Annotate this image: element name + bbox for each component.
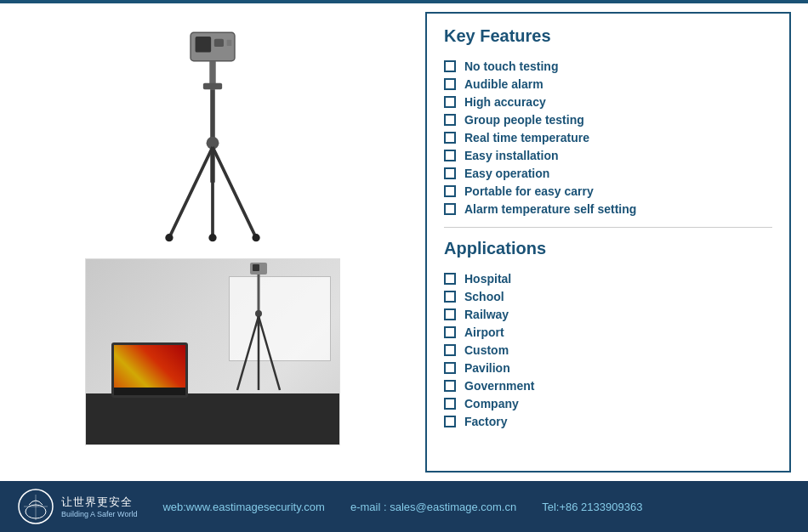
app-text-9: Factory: [464, 415, 508, 428]
tripod-image: [115, 20, 310, 250]
checkbox-icon: [444, 344, 456, 356]
brand-chinese: 让世界更安全: [61, 495, 137, 510]
app-item-2: School: [444, 290, 772, 303]
feature-text-4: Group people testing: [464, 113, 584, 127]
app-item-4: Airport: [444, 325, 772, 339]
key-features-title: Key Features: [444, 26, 772, 46]
app-text-7: Government: [464, 379, 534, 393]
app-item-7: Government: [444, 379, 772, 393]
checkbox-icon: [444, 308, 456, 320]
tel-label: Tel:: [542, 501, 559, 513]
app-item-9: Factory: [444, 415, 772, 428]
app-item-5: Custom: [444, 343, 772, 357]
email-label: e-mail :: [350, 501, 387, 513]
feature-item-9: Alarm temperature self setting: [444, 202, 772, 216]
footer: 让世界更安全 Building A Safer World web:www.ea…: [0, 481, 808, 532]
svg-point-11: [165, 234, 173, 241]
web-label: web:: [162, 501, 185, 513]
room-scene: [86, 259, 339, 444]
svg-rect-4: [209, 61, 215, 85]
svg-rect-1: [196, 37, 212, 53]
feature-text-8: Portable for easy carry: [464, 184, 594, 198]
footer-tel: Tel:+86 2133909363: [542, 501, 642, 513]
footer-brand-text: 让世界更安全 Building A Safer World: [61, 495, 137, 518]
feature-item-1: No touch testing: [444, 59, 772, 73]
email-value: sales@eastimage.com.cn: [390, 501, 516, 513]
app-item-6: Pavilion: [444, 361, 772, 375]
app-text-3: Railway: [464, 308, 509, 321]
monitor: [111, 342, 188, 398]
svg-line-9: [213, 147, 256, 238]
svg-rect-3: [227, 40, 232, 46]
left-column: [17, 12, 408, 473]
feature-item-3: High accuracy: [444, 95, 772, 109]
right-column: Key Features No touch testing Audible al…: [425, 12, 791, 473]
checkbox-icon: [444, 150, 456, 161]
checkbox-icon: [444, 273, 456, 285]
applications-title: Applications: [444, 239, 772, 258]
checkbox-icon: [444, 326, 456, 338]
app-item-8: Company: [444, 397, 772, 410]
app-text-1: Hospital: [464, 272, 511, 286]
app-text-2: School: [464, 290, 504, 303]
checkbox-icon: [444, 203, 456, 215]
feature-item-7: Easy operation: [444, 167, 772, 180]
checkbox-icon: [444, 132, 456, 144]
app-text-6: Pavilion: [464, 361, 510, 375]
svg-point-13: [208, 234, 216, 241]
footer-web: web:www.eastimagesecurity.com: [162, 501, 325, 513]
footer-email: e-mail : sales@eastimage.com.cn: [350, 501, 516, 513]
checkbox-icon: [444, 362, 456, 374]
logo-icon: [17, 488, 54, 525]
feature-item-5: Real time temperature: [444, 131, 772, 144]
checkbox-icon: [444, 60, 456, 72]
feature-text-2: Audible alarm: [464, 77, 543, 91]
checkbox-icon: [444, 398, 456, 410]
room-floor: [86, 393, 339, 444]
app-text-8: Company: [464, 397, 519, 410]
app-item-1: Hospital: [444, 272, 772, 286]
footer-links: web:www.eastimagesecurity.com e-mail : s…: [162, 501, 642, 513]
monitor-desk: [111, 342, 188, 398]
room-image: [85, 258, 340, 445]
tripod-svg: [128, 25, 298, 246]
web-value: www.eastimagesecurity.com: [186, 501, 325, 513]
app-text-5: Custom: [464, 343, 509, 357]
feature-item-8: Portable for easy carry: [444, 184, 772, 198]
brand-tagline: Building A Safer World: [61, 510, 137, 518]
checkbox-icon: [444, 416, 456, 427]
checkbox-icon: [444, 167, 456, 179]
monitor-screen: [114, 345, 185, 388]
svg-rect-2: [214, 39, 224, 47]
feature-text-1: No touch testing: [464, 59, 558, 73]
tel-value: +86 2133909363: [559, 501, 642, 513]
svg-point-12: [252, 234, 259, 241]
checkbox-icon: [444, 114, 456, 126]
checkbox-icon: [444, 291, 456, 303]
svg-rect-15: [253, 264, 259, 271]
feature-text-6: Easy installation: [464, 149, 558, 162]
feature-list: No touch testing Audible alarm High accu…: [444, 59, 772, 216]
feature-text-9: Alarm temperature self setting: [464, 202, 636, 216]
divider: [444, 227, 772, 228]
feature-text-5: Real time temperature: [464, 131, 589, 144]
footer-logo: 让世界更安全 Building A Safer World: [17, 488, 137, 525]
svg-line-8: [169, 147, 213, 238]
checkbox-icon: [444, 96, 456, 108]
tripod-in-room: [229, 258, 288, 398]
svg-line-18: [237, 316, 259, 390]
feature-text-3: High accuracy: [464, 95, 546, 109]
feature-item-4: Group people testing: [444, 113, 772, 127]
application-list: Hospital School Railway Airport Custom P…: [444, 272, 772, 428]
app-text-4: Airport: [464, 325, 504, 339]
feature-text-7: Easy operation: [464, 167, 549, 180]
feature-item-6: Easy installation: [444, 149, 772, 162]
checkbox-icon: [444, 78, 456, 90]
main-content: Key Features No touch testing Audible al…: [0, 3, 808, 481]
svg-line-19: [259, 316, 280, 390]
svg-rect-5: [203, 83, 222, 89]
svg-point-17: [255, 310, 262, 317]
app-item-3: Railway: [444, 308, 772, 321]
feature-item-2: Audible alarm: [444, 77, 772, 91]
checkbox-icon: [444, 185, 456, 197]
